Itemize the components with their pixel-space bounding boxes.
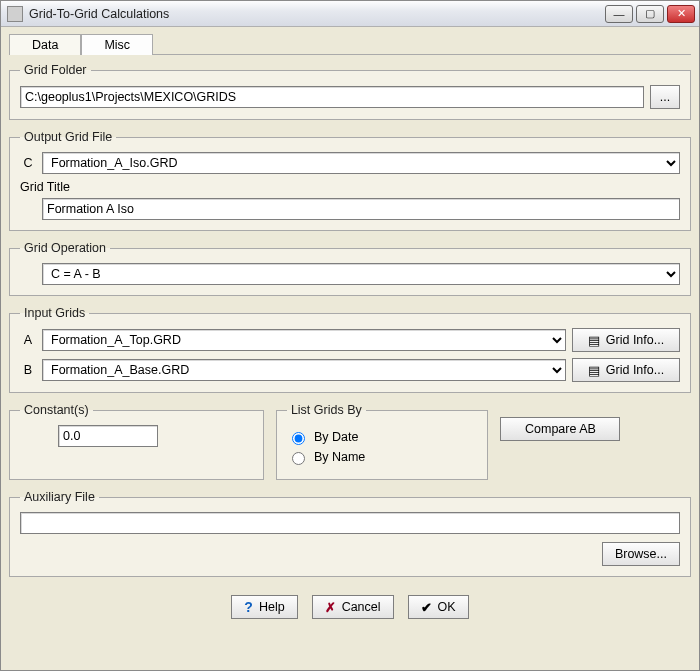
- grid-title-input[interactable]: [42, 198, 680, 220]
- check-icon: ✔: [421, 600, 432, 615]
- ok-label: OK: [438, 600, 456, 614]
- grid-folder-input[interactable]: [20, 86, 644, 108]
- input-letter-b: B: [20, 363, 36, 377]
- constant-input[interactable]: [58, 425, 158, 447]
- grid-title-label: Grid Title: [20, 180, 680, 194]
- input-grid-a-select[interactable]: Formation_A_Top.GRD: [42, 329, 566, 351]
- mid-row: Constant(s) List Grids By By Date By Nam…: [9, 403, 691, 490]
- tab-misc[interactable]: Misc: [81, 34, 153, 55]
- help-icon: ?: [244, 599, 253, 615]
- compare-wrap: Compare AB: [500, 403, 691, 490]
- tab-data[interactable]: Data: [9, 34, 81, 55]
- client-area: Data Misc Grid Folder ... Output Grid Fi…: [1, 27, 699, 631]
- output-letter-c: C: [20, 156, 36, 170]
- output-grid-file-group: Output Grid File C Formation_A_Iso.GRD G…: [9, 130, 691, 231]
- minimize-button[interactable]: —: [605, 5, 633, 23]
- output-grid-file-select[interactable]: Formation_A_Iso.GRD: [42, 152, 680, 174]
- by-name-radio[interactable]: [292, 452, 305, 465]
- grid-info-b-button[interactable]: ▤ Grid Info...: [572, 358, 680, 382]
- input-grids-group: Input Grids A Formation_A_Top.GRD ▤ Grid…: [9, 306, 691, 393]
- input-letter-a: A: [20, 333, 36, 347]
- tab-bar: Data Misc: [9, 33, 691, 55]
- auxiliary-file-legend: Auxiliary File: [20, 490, 99, 504]
- constants-group: Constant(s): [9, 403, 264, 480]
- grid-folder-legend: Grid Folder: [20, 63, 91, 77]
- help-button[interactable]: ? Help: [231, 595, 297, 619]
- grid-operation-group: Grid Operation C = A - B: [9, 241, 691, 296]
- compare-ab-button[interactable]: Compare AB: [500, 417, 620, 441]
- constants-legend: Constant(s): [20, 403, 93, 417]
- window-title: Grid-To-Grid Calculations: [29, 7, 605, 21]
- grid-operation-select[interactable]: C = A - B: [42, 263, 680, 285]
- ok-button[interactable]: ✔ OK: [408, 595, 469, 619]
- by-date-radio[interactable]: [292, 432, 305, 445]
- cancel-icon: ✗: [325, 600, 336, 615]
- auxiliary-file-input[interactable]: [20, 512, 680, 534]
- cancel-label: Cancel: [342, 600, 381, 614]
- auxiliary-file-group: Auxiliary File Browse...: [9, 490, 691, 577]
- grid-info-a-label: Grid Info...: [606, 333, 664, 347]
- app-icon: [7, 6, 23, 22]
- grid-info-icon: ▤: [588, 363, 600, 378]
- dialog-window: Grid-To-Grid Calculations — ▢ ✕ Data Mis…: [0, 0, 700, 671]
- grid-folder-browse-button[interactable]: ...: [650, 85, 680, 109]
- list-grids-by-legend: List Grids By: [287, 403, 366, 417]
- by-date-label: By Date: [314, 430, 358, 444]
- grid-info-a-button[interactable]: ▤ Grid Info...: [572, 328, 680, 352]
- auxiliary-browse-button[interactable]: Browse...: [602, 542, 680, 566]
- list-grids-by-group: List Grids By By Date By Name: [276, 403, 489, 480]
- window-buttons: — ▢ ✕: [605, 5, 695, 23]
- maximize-button[interactable]: ▢: [636, 5, 664, 23]
- output-grid-file-legend: Output Grid File: [20, 130, 116, 144]
- title-bar: Grid-To-Grid Calculations — ▢ ✕: [1, 1, 699, 27]
- grid-info-b-label: Grid Info...: [606, 363, 664, 377]
- input-grid-b-select[interactable]: Formation_A_Base.GRD: [42, 359, 566, 381]
- grid-folder-group: Grid Folder ...: [9, 63, 691, 120]
- by-name-label: By Name: [314, 450, 365, 464]
- close-button[interactable]: ✕: [667, 5, 695, 23]
- help-label: Help: [259, 600, 285, 614]
- grid-info-icon: ▤: [588, 333, 600, 348]
- grid-operation-legend: Grid Operation: [20, 241, 110, 255]
- cancel-button[interactable]: ✗ Cancel: [312, 595, 394, 619]
- input-grids-legend: Input Grids: [20, 306, 89, 320]
- footer-buttons: ? Help ✗ Cancel ✔ OK: [9, 587, 691, 623]
